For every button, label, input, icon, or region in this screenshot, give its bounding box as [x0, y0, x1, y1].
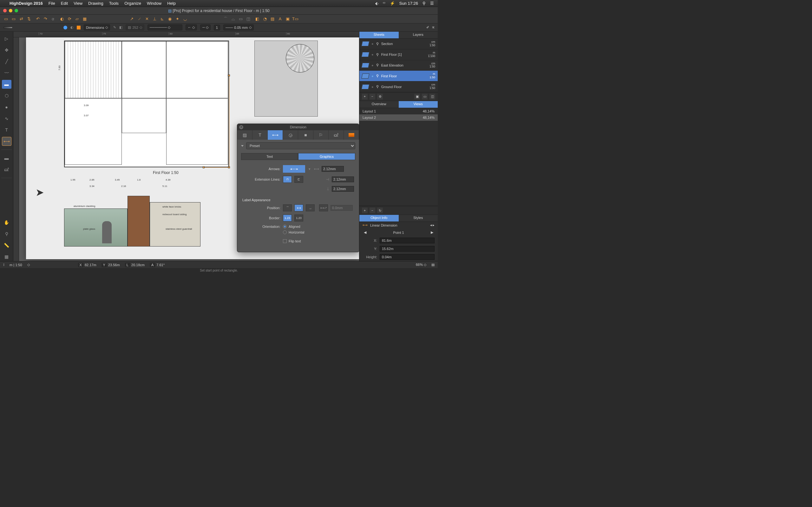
- circle-tool[interactable]: ●: [2, 103, 11, 112]
- tab-views[interactable]: Views: [399, 101, 438, 108]
- sheet-row[interactable]: ●⚲ East Elevation cm1:50: [359, 60, 438, 71]
- snap-quad-icon[interactable]: ✦: [174, 16, 180, 22]
- measure-tool[interactable]: 📏: [2, 241, 11, 250]
- zoom-tool[interactable]: ⚲: [2, 229, 11, 238]
- pen-icon[interactable]: ✎: [113, 25, 116, 30]
- dropbox-icon[interactable]: ⬖: [375, 1, 378, 6]
- wall-tool[interactable]: ▬: [2, 154, 11, 163]
- view-icon[interactable]: ▤: [432, 263, 435, 267]
- distribute-h-icon[interactable]: ⇄: [18, 16, 24, 22]
- flip-text-checkbox[interactable]: Flip text: [283, 239, 301, 243]
- view-mode-1[interactable]: ▣: [414, 94, 420, 100]
- undo-icon[interactable]: ↶: [35, 16, 41, 22]
- zoom-readout[interactable]: 66%: [416, 263, 423, 267]
- clock[interactable]: Sun 17:26: [399, 1, 418, 6]
- prev-point[interactable]: ◀: [364, 230, 366, 234]
- menu-view[interactable]: View: [73, 1, 83, 6]
- border-box[interactable]: 1.23: [294, 215, 303, 222]
- extline-both[interactable]: ⊓: [283, 176, 292, 183]
- hatch-icon[interactable]: ▨: [270, 16, 275, 22]
- spotlight-icon[interactable]: ⚲: [422, 1, 426, 6]
- snap-int-icon[interactable]: ✕: [144, 16, 150, 22]
- snap-mid-icon[interactable]: ⟋: [136, 16, 142, 22]
- app-name[interactable]: HighDesign 2016: [9, 1, 43, 6]
- tab-object-info[interactable]: Object Info: [359, 215, 399, 222]
- textbox-icon[interactable]: T▭: [293, 16, 298, 22]
- tab-text[interactable]: T: [252, 130, 268, 140]
- line-tool[interactable]: ╱: [2, 57, 11, 66]
- scale-icon[interactable]: ▱: [74, 16, 80, 22]
- polygon-tool[interactable]: ⬡: [2, 91, 11, 100]
- fill-color[interactable]: [77, 26, 81, 30]
- orientation-horizontal[interactable]: Horizontal: [283, 230, 305, 234]
- image-icon[interactable]: ▣: [285, 16, 291, 22]
- menu-file[interactable]: File: [49, 1, 55, 6]
- linetype-dropdown[interactable]: ─────── ◇: [148, 24, 183, 31]
- minimize-window[interactable]: [9, 9, 12, 12]
- tab-sheets[interactable]: Sheets: [359, 32, 399, 39]
- pos-below[interactable]: ⎵: [306, 205, 315, 211]
- ext-gap-input[interactable]: [332, 186, 354, 192]
- lineweight-dropdown[interactable]: ─── 0.05 mm ◇: [223, 24, 254, 31]
- move-tool[interactable]: ✥: [2, 46, 11, 55]
- text-icon[interactable]: A: [277, 16, 283, 22]
- view-mode-2[interactable]: ▭: [422, 94, 427, 100]
- menu-tools[interactable]: Tools: [109, 1, 119, 6]
- mirror-icon[interactable]: ◐: [59, 16, 65, 22]
- view-mode-3[interactable]: ◫: [429, 94, 435, 100]
- text-tool[interactable]: T: [2, 125, 11, 134]
- height-input[interactable]: [380, 254, 435, 260]
- layout-row[interactable]: Layout 248,14%: [359, 114, 438, 121]
- menu-organize[interactable]: Organize: [124, 1, 141, 6]
- dimension-tool[interactable]: ⟷: [2, 137, 11, 146]
- close-icon[interactable]: ✕: [239, 125, 243, 129]
- pos-above[interactable]: ⎴: [283, 205, 292, 211]
- chamfer-icon[interactable]: ◔: [262, 16, 268, 22]
- y-input[interactable]: [380, 246, 435, 251]
- scale-readout[interactable]: m | 1:50: [9, 263, 22, 267]
- pan-tool[interactable]: ✋: [2, 218, 11, 227]
- sheet-row[interactable]: ●⚲ Ground Floor cm1:50: [359, 81, 438, 92]
- selection-tool[interactable]: ▷: [2, 34, 11, 43]
- snap-near-icon[interactable]: ◡: [182, 16, 188, 22]
- redo-icon[interactable]: ↷: [43, 16, 48, 22]
- arrow-start[interactable]: ← ◇: [186, 24, 197, 31]
- border-none[interactable]: 1.23: [283, 215, 292, 222]
- snap-center-icon[interactable]: ◉: [167, 16, 172, 22]
- remove-sheet-button[interactable]: −: [369, 94, 375, 100]
- preset-dropdown[interactable]: Preset: [246, 142, 355, 149]
- disclosure-icon[interactable]: [241, 145, 244, 147]
- subtab-graphics[interactable]: Graphics: [298, 153, 355, 160]
- gradient-picker[interactable]: [3, 26, 13, 29]
- menu-edit[interactable]: Edit: [61, 1, 68, 6]
- rectangle-tool[interactable]: ▬: [2, 80, 11, 89]
- remove-layout-button[interactable]: −: [369, 208, 375, 213]
- tab-overview[interactable]: Overview: [359, 101, 399, 108]
- tab-hatch[interactable]: ▨: [237, 130, 252, 140]
- alpha-icon[interactable]: α: [50, 16, 56, 22]
- subtab-text[interactable]: Text: [241, 153, 298, 160]
- add-layout-button[interactable]: +: [362, 208, 368, 213]
- sheet-row[interactable]: ●⚲ First Floor m1:50: [359, 71, 438, 81]
- rotate-icon[interactable]: ⟳: [67, 16, 72, 22]
- menu-drawing[interactable]: Drawing: [88, 1, 103, 6]
- pos-outside[interactable]: ⟷↗: [319, 205, 328, 211]
- zoom-window[interactable]: [14, 9, 18, 12]
- grid-tool[interactable]: ▦: [2, 252, 11, 261]
- extline-none[interactable]: ⊏: [294, 176, 303, 183]
- array-icon[interactable]: ▦: [82, 16, 88, 22]
- rect2-icon[interactable]: ◫: [246, 16, 251, 22]
- fillet-icon[interactable]: ◧: [254, 16, 260, 22]
- sheet-settings-button[interactable]: ⚙: [377, 94, 383, 100]
- close-window[interactable]: [3, 9, 7, 12]
- tab-marker[interactable]: ⚐: [313, 130, 328, 140]
- match-icon[interactable]: ⤨: [432, 25, 435, 30]
- arrow-size-input[interactable]: [322, 166, 344, 172]
- hatch-dropdown[interactable]: ▨ 252 ◇: [125, 24, 144, 31]
- tab-color[interactable]: [344, 130, 359, 140]
- eyedropper-icon[interactable]: ✐: [426, 25, 429, 30]
- tab-furniture[interactable]: 🛋: [328, 130, 344, 140]
- furniture-tool[interactable]: 🛋: [2, 165, 11, 174]
- prev-object[interactable]: ◂: [430, 223, 432, 227]
- tab-dimension[interactable]: ⟷: [268, 130, 283, 140]
